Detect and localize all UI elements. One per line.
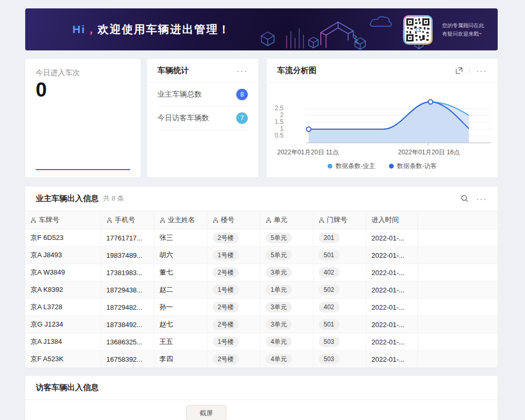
relation-field-icon bbox=[107, 217, 112, 223]
column-header-door[interactable]: 门牌号 bbox=[313, 211, 366, 229]
table-row[interactable]: 京A J1384 13686325... 王五 1号楼 4单元 503 2022… bbox=[25, 333, 498, 351]
y-axis-label: 2.5 bbox=[269, 104, 284, 112]
legend-item-visitor[interactable]: 数据条数-访客 bbox=[389, 162, 437, 171]
y-axis-label: 2 bbox=[269, 111, 284, 119]
entry-count-label: 今日进入车次 bbox=[36, 68, 130, 78]
more-icon[interactable]: ··· bbox=[476, 195, 487, 203]
welcome-banner: Hi，欢迎使用车辆进出管理！ bbox=[25, 8, 498, 50]
phone-cell: 18729438... bbox=[101, 281, 154, 299]
unit-pill: 4单元 bbox=[266, 337, 292, 347]
building-pill: 2号楼 bbox=[213, 354, 239, 364]
qr-code[interactable] bbox=[403, 15, 433, 45]
stat-row-label: 业主车辆总数 bbox=[158, 90, 202, 99]
column-header-owner-name[interactable]: 业主姓名 bbox=[154, 211, 207, 229]
more-icon[interactable]: ··· bbox=[237, 67, 248, 75]
name-cell: 赵二 bbox=[154, 281, 207, 299]
column-header-building[interactable]: 楼号 bbox=[207, 211, 260, 229]
name-cell: 胡六 bbox=[154, 247, 207, 264]
column-header-entry-time[interactable]: 进入时间 bbox=[366, 211, 417, 229]
empty-cell bbox=[417, 264, 498, 281]
legend-item-owner[interactable]: 数据条数-业主 bbox=[328, 162, 375, 171]
qr-caption: 您的专属顾问在此 有疑问欢迎来戳~ bbox=[442, 22, 484, 38]
building-pill: 2号楼 bbox=[213, 267, 239, 278]
door-cell: 201 bbox=[313, 229, 366, 247]
building-pill: 2号楼 bbox=[213, 302, 239, 312]
time-cell: 2022-01-... bbox=[366, 264, 417, 281]
table-row[interactable]: 京G J1234 18738492... 赵七 2号楼 3单元 501 2022… bbox=[25, 316, 498, 333]
qr-code-inner bbox=[405, 17, 431, 43]
column-label: 楼号 bbox=[221, 215, 235, 225]
column-label: 业主姓名 bbox=[168, 215, 195, 225]
table-row[interactable]: 京F A523K 16758392... 李四 2号楼 4单元 503 2022… bbox=[25, 351, 498, 368]
expand-icon[interactable] bbox=[455, 67, 463, 75]
stat-row-visitor-today[interactable]: 今日访客车辆数 7 bbox=[158, 107, 248, 130]
building-cell: 2号楼 bbox=[207, 299, 260, 316]
more-icon[interactable]: ··· bbox=[476, 67, 487, 75]
page: Hi，欢迎使用车辆进出管理！ bbox=[25, 0, 498, 420]
time-cell: 2022-01-... bbox=[366, 316, 417, 333]
vehicle-stats-title: 车辆统计 bbox=[158, 66, 189, 76]
column-label: 门牌号 bbox=[327, 215, 348, 225]
table-row[interactable]: 京A J8493 19837489... 胡六 1号楼 5单元 501 2022… bbox=[25, 247, 498, 264]
time-cell: 2022-01-... bbox=[366, 333, 417, 351]
time-cell: 2022-01-... bbox=[366, 299, 417, 316]
phone-cell: 18729482... bbox=[101, 299, 154, 316]
unit-cell: 4单元 bbox=[260, 333, 313, 351]
column-header-unit[interactable]: 单元 bbox=[260, 211, 313, 229]
unit-cell: 5单元 bbox=[260, 229, 313, 247]
door-pill: 503 bbox=[319, 337, 340, 347]
plate-cell: 京F A523K bbox=[25, 351, 101, 368]
empty-cell bbox=[417, 299, 498, 316]
name-cell: 孙一 bbox=[154, 299, 207, 316]
legend-label: 数据条数-访客 bbox=[397, 162, 437, 171]
relation-field-icon bbox=[160, 217, 165, 223]
table-row[interactable]: 京A K8392 18729438... 赵二 1号楼 1单元 502 2022… bbox=[25, 281, 498, 299]
time-cell: 2022-01-... bbox=[366, 281, 417, 299]
building-pill: 1号楼 bbox=[213, 337, 239, 347]
name-cell: 董七 bbox=[154, 264, 207, 281]
time-cell: 2022-01-... bbox=[366, 247, 417, 264]
door-pill: 402 bbox=[319, 267, 340, 278]
phone-cell: 19837489... bbox=[101, 247, 154, 264]
plate-cell: 京A W3849 bbox=[25, 264, 101, 281]
table-row[interactable]: 京F 6D523 17761717... 张三 2号楼 5单元 201 2022… bbox=[25, 229, 498, 247]
column-header-plate[interactable]: 车牌号 bbox=[25, 211, 101, 229]
table-row[interactable]: 京A W3849 17381983... 董七 2号楼 3单元 402 2022… bbox=[25, 264, 498, 281]
entry-count-value: 0 bbox=[36, 79, 130, 101]
name-cell: 李四 bbox=[154, 351, 207, 368]
column-label: 进入时间 bbox=[372, 215, 399, 225]
screenshot-button[interactable]: 截屏 bbox=[186, 405, 226, 420]
unit-pill: 5单元 bbox=[266, 233, 292, 243]
column-header-phone[interactable]: 手机号 bbox=[101, 211, 154, 229]
building-cell: 2号楼 bbox=[207, 229, 260, 247]
empty-cell bbox=[417, 316, 498, 333]
phone-cell: 18738492... bbox=[101, 316, 154, 333]
unit-pill: 3单元 bbox=[266, 267, 292, 278]
plate-cell: 京A L3728 bbox=[25, 299, 101, 316]
column-header-empty bbox=[417, 211, 498, 229]
banner-greeting-comma: ， bbox=[86, 23, 98, 35]
search-icon[interactable] bbox=[460, 194, 469, 203]
qr-caption-line2: 有疑问欢迎来戳~ bbox=[442, 30, 484, 38]
chart-plot-area bbox=[286, 89, 491, 147]
time-cell: 2022-01-... bbox=[366, 351, 417, 368]
traffic-chart-header: 车流分析图 ··· bbox=[267, 59, 498, 83]
legend-label: 数据条数-业主 bbox=[335, 162, 375, 171]
stats-row: 今日进入车次 0 车辆统计 ··· 业主车辆总数 8 今日访客车辆数 7 车流分… bbox=[25, 59, 498, 177]
vehicle-stats-header: 车辆统计 ··· bbox=[147, 59, 258, 83]
door-cell: 501 bbox=[313, 316, 366, 333]
visitor-table-title: 访客车辆出入信息 bbox=[36, 383, 99, 393]
door-pill: 402 bbox=[319, 302, 340, 312]
table-row[interactable]: 京A L3728 18729482... 孙一 2号楼 3单元 402 2022… bbox=[25, 299, 498, 316]
empty-cell bbox=[417, 351, 498, 368]
building-cell: 2号楼 bbox=[207, 351, 260, 368]
door-pill: 502 bbox=[319, 285, 340, 295]
door-cell: 503 bbox=[313, 351, 366, 368]
empty-cell bbox=[417, 229, 498, 247]
phone-cell: 17381983... bbox=[101, 264, 154, 281]
door-pill: 501 bbox=[319, 319, 340, 330]
empty-cell bbox=[417, 247, 498, 264]
stat-row-owner-total[interactable]: 业主车辆总数 8 bbox=[158, 83, 248, 107]
divider bbox=[469, 67, 470, 75]
unit-pill: 5单元 bbox=[266, 250, 292, 260]
